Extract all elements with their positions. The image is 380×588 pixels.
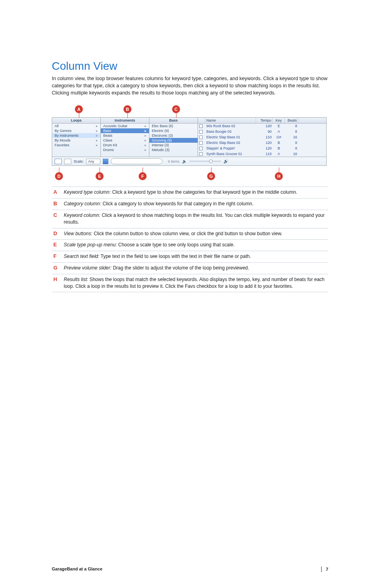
- keyword-type-row[interactable]: By Genres▸: [52, 128, 100, 133]
- category-row[interactable]: Beats▸: [101, 133, 149, 138]
- column-view-button[interactable]: [55, 159, 62, 164]
- legend-text: Keyword column: Click a keyword to show …: [64, 212, 327, 226]
- results-head-key[interactable]: Key: [273, 118, 285, 123]
- legend-row: CKeyword column: Click a keyword to show…: [52, 210, 328, 228]
- legend-key: G: [53, 265, 60, 271]
- col-head-bass: Bass: [149, 118, 198, 124]
- legend-text: View buttons: Click the column button to…: [64, 230, 282, 237]
- legend-text: Keyword type column: Click a keyword typ…: [64, 189, 297, 196]
- preview-volume-slider[interactable]: [189, 161, 221, 162]
- legend-text: Preview volume slider: Drag the slider t…: [64, 265, 249, 271]
- favorite-checkbox[interactable]: [199, 152, 203, 156]
- legend-key: B: [53, 201, 60, 207]
- marker-h: H: [275, 172, 283, 180]
- category-column: Instruments Acoustic Guitar▸Bass▸Beats▸C…: [101, 118, 149, 157]
- col-head-instruments: Instruments: [101, 118, 149, 124]
- category-row[interactable]: Bass▸: [101, 128, 149, 133]
- category-row[interactable]: Clave▸: [101, 138, 149, 143]
- loop-browser-screenshot: A B C Loops All▸By Genres▸By Instruments…: [52, 105, 327, 181]
- grid-view-button[interactable]: [64, 159, 71, 164]
- legend-text: Scale type pop-up menu: Choose a scale t…: [64, 242, 235, 248]
- results-header: Name Tempo Key Beats: [198, 118, 326, 124]
- keyword-type-row[interactable]: By Moods▸: [52, 138, 100, 143]
- speaker-icon-high: 🔊: [223, 159, 228, 163]
- legend-row: AKeyword type column: Click a keyword ty…: [52, 187, 328, 198]
- footer-title: GarageBand at a Glance: [52, 566, 102, 572]
- legend-text: Search text field: Type text in the fiel…: [64, 253, 251, 260]
- keyword-row[interactable]: Grooving (9): [149, 138, 198, 143]
- category-row[interactable]: Acoustic Guitar▸: [101, 124, 149, 128]
- keyword-type-row[interactable]: All▸: [52, 124, 100, 128]
- legend-key: F: [53, 253, 60, 260]
- keyword-type-row[interactable]: By Instruments▸: [52, 133, 100, 138]
- marker-a: A: [75, 105, 83, 113]
- keyword-row[interactable]: Electric (9): [149, 128, 198, 133]
- legend-table: AKeyword type column: Click a keyword ty…: [52, 187, 328, 292]
- results-head-name[interactable]: Name: [205, 118, 256, 123]
- marker-row-bottom: D E F G H: [52, 167, 327, 181]
- browser-panel: Loops All▸By Genres▸By Instruments▸By Mo…: [52, 117, 327, 157]
- footer-divider: [321, 566, 322, 572]
- keyword-type-column: Loops All▸By Genres▸By Instruments▸By Mo…: [52, 118, 101, 157]
- keyword-row[interactable]: Electronic (3): [149, 133, 198, 138]
- legend-key: C: [53, 212, 60, 226]
- favorite-checkbox[interactable]: [199, 141, 203, 145]
- results-row[interactable]: Electric Slap Bass 02120B8: [198, 140, 326, 146]
- keyword-row[interactable]: Melodic (3): [149, 147, 198, 152]
- marker-e: E: [96, 172, 104, 180]
- legend-key: H: [53, 276, 60, 290]
- col-head-loops: Loops: [52, 118, 100, 124]
- legend-text: Category column: Click a category to sho…: [64, 201, 253, 207]
- favorite-checkbox[interactable]: [199, 124, 203, 128]
- scale-dropdown-icon[interactable]: [103, 159, 108, 164]
- legend-row: DView buttons: Click the column button t…: [52, 228, 328, 240]
- marker-d: D: [55, 172, 63, 180]
- results-head-tempo[interactable]: Tempo: [256, 118, 273, 123]
- intro-paragraph: In column view, the loop browser feature…: [52, 75, 328, 96]
- marker-row-top: A B C: [52, 105, 327, 117]
- legend-key: E: [53, 242, 60, 248]
- results-head-beats[interactable]: Beats: [285, 118, 298, 123]
- results-row[interactable]: Synth Bass Groove 01115A16: [198, 151, 326, 157]
- legend-text: Results list: Shows the loops that match…: [64, 276, 327, 290]
- page-title: Column View: [52, 60, 328, 73]
- results-list: Name Tempo Key Beats 90s Rock Bass 02120…: [198, 118, 327, 157]
- marker-f: F: [139, 172, 147, 180]
- browser-toolbar: Scale: Any 9 items 🔈 🔊: [52, 157, 327, 166]
- scale-pop-up-menu[interactable]: Any: [86, 159, 100, 164]
- legend-row: HResults list: Shows the loops that matc…: [52, 274, 328, 293]
- items-count-label: 9 items: [168, 159, 180, 163]
- speaker-icon-low: 🔈: [182, 159, 187, 163]
- favorite-checkbox[interactable]: [199, 147, 203, 150]
- marker-g: G: [207, 172, 215, 180]
- marker-b: B: [123, 105, 131, 113]
- marker-c: C: [172, 105, 180, 113]
- category-row[interactable]: Drum Kit▸: [101, 143, 149, 147]
- keyword-row[interactable]: Intense (3): [149, 143, 198, 147]
- keyword-type-row[interactable]: Favorites▸: [52, 143, 100, 147]
- results-row[interactable]: Electric Slap Bass 01110G#16: [198, 135, 326, 140]
- results-row[interactable]: 90s Rock Bass 02120E8: [198, 124, 326, 129]
- legend-row: EScale type pop-up menu: Choose a scale …: [52, 239, 328, 251]
- scale-label: Scale:: [74, 159, 84, 163]
- legend-key: D: [53, 230, 60, 237]
- favorite-checkbox[interactable]: [199, 130, 203, 134]
- keyword-column: Bass Elec Bass (6)Electric (9)Electronic…: [149, 118, 198, 157]
- favorite-checkbox[interactable]: [199, 136, 203, 139]
- search-input[interactable]: [111, 158, 163, 164]
- legend-key: A: [53, 189, 60, 196]
- results-row[interactable]: Bass Boogie 0390A8: [198, 129, 326, 135]
- keyword-row[interactable]: Elec Bass (6): [149, 124, 198, 128]
- volume-thumb[interactable]: [209, 159, 213, 163]
- legend-row: FSearch text field: Type text in the fie…: [52, 251, 328, 262]
- legend-row: BCategory column: Click a category to sh…: [52, 198, 328, 210]
- legend-row: GPreview volume slider: Drag the slider …: [52, 262, 328, 274]
- results-row[interactable]: Slappin' & Poppin'120B8: [198, 146, 326, 151]
- results-head-fav[interactable]: [198, 118, 205, 123]
- category-row[interactable]: Drums▸: [101, 147, 149, 152]
- page-footer: GarageBand at a Glance 7: [52, 564, 328, 572]
- page-number: 7: [326, 567, 328, 572]
